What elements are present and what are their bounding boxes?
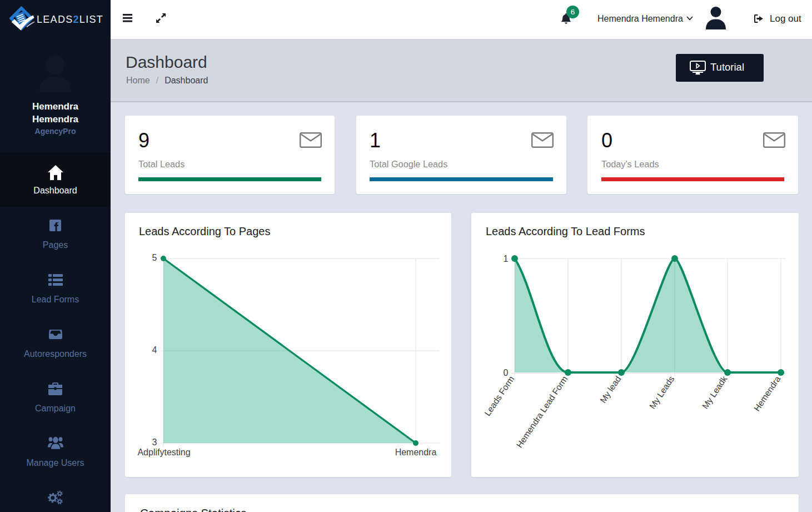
svg-text:Hemendra: Hemendra [752,374,783,413]
svg-text:My lead: My lead [598,374,622,405]
svg-text:4: 4 [152,345,157,355]
svg-text:1: 1 [504,254,509,264]
svg-text:Adplifytesting: Adplifytesting [137,448,190,457]
svg-text:My Leads: My Leads [647,374,676,410]
svg-text:Hemendra: Hemendra [395,448,437,457]
svg-text:3: 3 [152,438,157,447]
svg-text:Leads Form: Leads Form [482,374,516,417]
svg-text:My Leadk: My Leadk [700,374,729,410]
svg-text:Hemendra Lead Form: Hemendra Lead Form [515,374,570,449]
svg-text:5: 5 [152,253,157,262]
